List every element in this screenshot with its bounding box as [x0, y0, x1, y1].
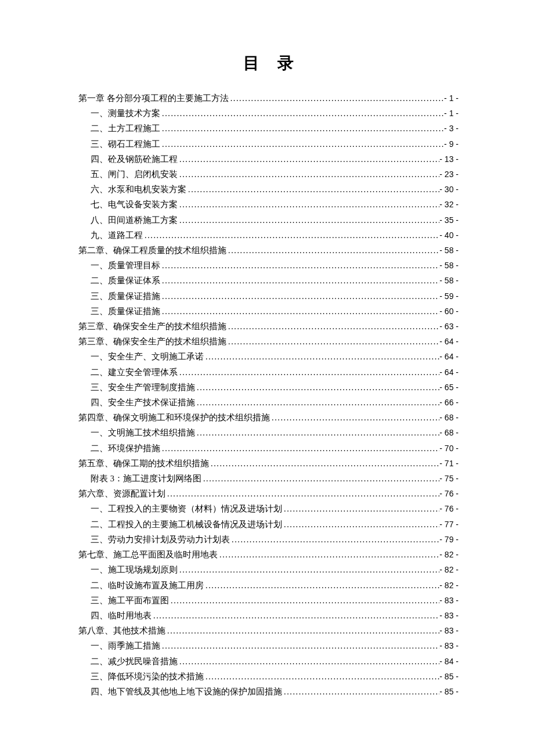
toc-entry: 一、安全生产、文明施工承诺- 64 - [78, 349, 459, 364]
toc-entry-page: - 9 - [444, 136, 459, 152]
toc-entry-label: 九、道路工程 [91, 228, 143, 243]
toc-leader-dots [186, 182, 439, 197]
toc-entry-label: 第一章 各分部分项工程的主要施工方法 [78, 91, 229, 106]
toc-leader-dots [160, 121, 444, 136]
toc-entry-page: - 3 - [444, 121, 459, 136]
toc-entry-page: - 76 - [439, 486, 459, 501]
toc-entry-page: - 58 - [439, 243, 459, 258]
toc-entry-page: - 79 - [439, 532, 459, 547]
toc-entry: 一、测量技术方案- 1 - [78, 106, 459, 121]
toc-entry-page: - 68 - [439, 410, 459, 425]
toc-entry-page: - 83 - [439, 593, 459, 608]
toc-leader-dots [151, 608, 439, 623]
toc-entry: 一、文明施工技术组织措施- 68 - [78, 425, 459, 440]
toc-entry-page: - 83 - [439, 608, 459, 623]
toc-entry: 一、雨季施工措施- 83 - [78, 638, 459, 653]
toc-entry: 五、闸门、启闭机安装- 23 - [78, 167, 459, 182]
toc-entry-page: - 64 - [439, 365, 459, 380]
toc-entry: 一、质量管理目标- 58 - [78, 258, 459, 273]
toc-entry: 第一章 各分部分项工程的主要施工方法- 1 - [78, 91, 459, 106]
toc-entry: 三、劳动力安排计划及劳动力计划表- 79 - [78, 532, 459, 547]
toc-entry: 第三章、确保安全生产的技术组织措施- 63 - [78, 319, 459, 334]
toc-leader-dots [178, 562, 439, 577]
toc-leader-dots [282, 684, 439, 699]
toc-leader-dots [178, 365, 439, 380]
toc-entry: 二、减少扰民噪音措施- 84 - [78, 654, 459, 669]
toc-entry: 二、质量保证体系- 58 - [78, 273, 459, 288]
toc-leader-dots [204, 578, 439, 593]
toc-leader-dots [160, 136, 444, 152]
toc-entry-label: 四、临时用地表 [91, 608, 151, 623]
toc-leader-dots [160, 289, 439, 304]
toc-entry-label: 二、环境保护措施 [91, 441, 160, 456]
toc-entry: 八、田间道桥施工方案- 35 - [78, 213, 459, 228]
toc-entry: 四、安全生产技术保证措施- 66 - [78, 395, 459, 410]
toc-entry-label: 七、电气设备安装方案 [91, 197, 178, 212]
toc-entry-label: 一、测量技术方案 [91, 106, 160, 121]
toc-leader-dots [143, 228, 439, 243]
toc-leader-dots [204, 669, 439, 684]
toc-entry-page: - 64 - [439, 334, 459, 349]
toc-leader-dots [160, 638, 439, 653]
toc-entry: 二、临时设施布置及施工用房- 82 - [78, 578, 459, 593]
toc-entry-page: - 60 - [439, 304, 459, 319]
toc-leader-dots [160, 258, 439, 273]
toc-entry: 第八章、其他技术措施- 83 - [78, 623, 459, 638]
toc-leader-dots [229, 91, 444, 106]
toc-entry-label: 二、临时设施布置及施工用房 [91, 578, 204, 593]
toc-leader-dots [226, 334, 439, 349]
toc-entry-label: 附表 3：施工进度计划网络图 [91, 471, 201, 486]
toc-entry: 第六章、资源配置计划- 76 - [78, 486, 459, 501]
toc-entry-page: - 82 - [439, 562, 459, 577]
toc-entry: 二、土方工程施工- 3 - [78, 121, 459, 136]
toc-entry: 第四章、确保文明施工和环境保护的技术组织措施- 68 - [78, 410, 459, 425]
toc-entry-page: - 75 - [439, 471, 459, 486]
toc-leader-dots [160, 273, 439, 288]
toc-entry: 六、水泵和电机安装方案- 30 - [78, 182, 459, 197]
toc-entry-label: 三、砌石工程施工 [91, 136, 160, 152]
toc-entry-label: 三、降低环境污染的技术措施 [91, 669, 204, 684]
toc-entry-page: - 64 - [439, 349, 459, 364]
toc-leader-dots [160, 441, 439, 456]
toc-entry-page: - 85 - [439, 669, 459, 684]
toc-entry-label: 四、安全生产技术保证措施 [91, 395, 195, 410]
toc-entry-label: 第三章、确保安全生产的技术组织措施 [78, 334, 226, 349]
toc-entry: 第五章、确保工期的技术组织措施- 71 - [78, 456, 459, 471]
toc-leader-dots [178, 213, 439, 228]
toc-entry-page: - 77 - [439, 517, 459, 532]
toc-entry-page: - 76 - [439, 501, 459, 516]
toc-entry-page: - 71 - [439, 456, 459, 471]
toc-entry: 二、环境保护措施- 70 - [78, 441, 459, 456]
table-of-contents: 第一章 各分部分项工程的主要施工方法- 1 -一、测量技术方案- 1 -二、土方… [78, 91, 459, 699]
toc-entry-page: - 82 - [439, 578, 459, 593]
toc-entry-page: - 63 - [439, 319, 459, 334]
toc-entry: 三、质量保证措施- 60 - [78, 304, 459, 319]
toc-entry-label: 一、雨季施工措施 [91, 638, 160, 653]
toc-leader-dots [160, 106, 444, 121]
toc-entry-label: 第三章、确保安全生产的技术组织措施 [78, 319, 226, 334]
toc-leader-dots [282, 517, 439, 532]
toc-entry: 二、工程投入的主要施工机械设备情况及进场计划- 77 - [78, 517, 459, 532]
toc-leader-dots [160, 304, 439, 319]
toc-entry-page: - 85 - [439, 684, 459, 699]
toc-entry-label: 第二章、确保工程质量的技术组织措施 [78, 243, 226, 258]
toc-entry: 七、电气设备安装方案- 32 - [78, 197, 459, 212]
toc-entry-label: 二、减少扰民噪音措施 [91, 654, 178, 669]
toc-entry-page: - 83 - [439, 638, 459, 653]
toc-entry-label: 五、闸门、启闭机安装 [91, 167, 178, 182]
toc-leader-dots [201, 471, 439, 486]
toc-leader-dots [195, 380, 439, 395]
toc-entry-page: - 83 - [439, 623, 459, 638]
toc-entry: 三、降低环境污染的技术措施- 85 - [78, 669, 459, 684]
toc-leader-dots [178, 152, 439, 167]
toc-leader-dots [209, 456, 439, 471]
toc-entry-label: 第七章、施工总平面图及临时用地表 [78, 547, 218, 562]
toc-entry-page: - 1 - [444, 106, 459, 121]
toc-entry: 三、施工平面布置图- 83 - [78, 593, 459, 608]
toc-entry: 一、工程投入的主要物资（材料）情况及进场计划- 76 - [78, 501, 459, 516]
toc-leader-dots [218, 547, 439, 562]
toc-entry-label: 二、工程投入的主要施工机械设备情况及进场计划 [91, 517, 282, 532]
toc-entry: 第七章、施工总平面图及临时用地表- 82 - [78, 547, 459, 562]
toc-leader-dots [230, 532, 439, 547]
toc-leader-dots [169, 593, 439, 608]
